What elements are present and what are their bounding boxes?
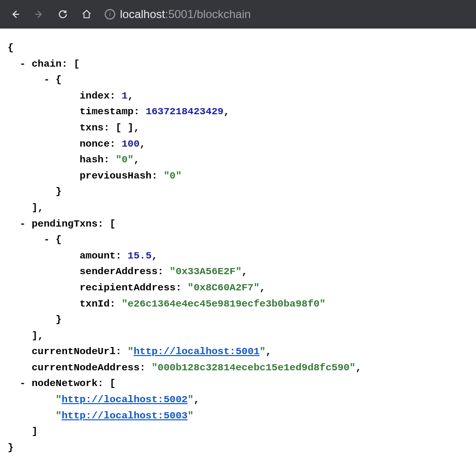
- url-path: :5001/blockchain: [165, 8, 251, 20]
- key-chain: chain: [31, 59, 61, 69]
- pending-item-open: - {: [8, 232, 468, 248]
- val-hash: "0": [116, 154, 134, 165]
- chain-timestamp-line: timestamp: 1637218423429,: [8, 104, 468, 120]
- brace-open: {: [8, 40, 468, 56]
- collapse-toggle[interactable]: -: [20, 376, 26, 392]
- key-txns: txns: [79, 122, 103, 133]
- key-recipientAddress: recipientAddress: [79, 282, 176, 293]
- key-nonce: nonce: [79, 139, 109, 149]
- key-currentNodeUrl: currentNodeUrl: [31, 346, 115, 357]
- chain-txns-line: txns: [ ],: [8, 120, 468, 136]
- browser-toolbar: i localhost:5001/blockchain: [0, 0, 476, 29]
- val-amount: 15.5: [128, 250, 151, 261]
- collapse-toggle[interactable]: -: [44, 232, 50, 248]
- key-previousHash: previousHash: [79, 170, 151, 181]
- key-index: index: [79, 90, 109, 101]
- pending-txnid-line: txnId: "e26c1364e4ec45e9819ecfe3b0ba98f0…: [8, 296, 468, 312]
- site-info-icon[interactable]: i: [105, 9, 115, 20]
- url-host: localhost: [120, 8, 165, 20]
- home-button[interactable]: [76, 4, 97, 25]
- collapse-toggle[interactable]: -: [20, 216, 26, 232]
- forward-button[interactable]: [29, 4, 50, 25]
- val-currentNodeAddress: "000b128c32814ecebc15e1ed9d8fc590": [151, 362, 355, 373]
- val-nonce: 100: [121, 139, 139, 149]
- json-viewer: { - chain: [ - { index: 1, timestamp: 16…: [0, 29, 476, 456]
- key-pending-line: - pendingTxns: [: [8, 216, 468, 232]
- address-bar[interactable]: i localhost:5001/blockchain: [105, 5, 251, 23]
- val-prevhash: "0": [164, 170, 182, 181]
- val-sender: "0x33A56E2F": [169, 266, 241, 277]
- arrow-left-icon: [10, 9, 20, 20]
- val-recipient: "0x8C60A2F7": [188, 282, 259, 293]
- chain-close: ],: [8, 200, 468, 216]
- pending-item-close: }: [8, 312, 468, 328]
- arrow-right-icon: [34, 9, 44, 20]
- nodeNetwork-close: ]: [8, 424, 468, 440]
- key-nodeNetwork: nodeNetwork: [31, 378, 98, 389]
- key-timestamp: timestamp: [79, 106, 133, 117]
- pending-recipient-line: recipientAddress: "0x8C60A2F7",: [8, 280, 468, 296]
- chain-hash-line: hash: "0",: [8, 152, 468, 168]
- collapse-toggle[interactable]: -: [44, 72, 50, 88]
- key-senderAddress: senderAddress: [79, 266, 158, 277]
- key-hash: hash: [79, 154, 103, 165]
- pending-sender-line: senderAddress: "0x33A56E2F",: [8, 264, 468, 280]
- pending-amount-line: amount: 15.5,: [8, 248, 468, 264]
- nodeNetwork-1-line: "http://localhost:5003": [8, 408, 468, 424]
- link-node-1[interactable]: http://localhost:5003: [61, 410, 188, 421]
- chain-item-open: - {: [8, 72, 468, 88]
- chain-item-close: }: [8, 184, 468, 200]
- chain-prevhash-line: previousHash: "0": [8, 168, 468, 184]
- currentNodeAddress-line: currentNodeAddress: "000b128c32814ecebc1…: [8, 360, 468, 376]
- val-txnid: "e26c1364e4ec45e9819ecfe3b0ba98f0": [121, 298, 325, 309]
- pending-close: ],: [8, 328, 468, 344]
- key-txnId: txnId: [79, 298, 109, 309]
- reload-icon: [58, 9, 68, 20]
- url-text: localhost:5001/blockchain: [120, 8, 251, 21]
- back-button[interactable]: [5, 4, 26, 25]
- val-index: 1: [121, 90, 128, 101]
- key-amount: amount: [79, 250, 116, 261]
- home-icon: [81, 9, 92, 20]
- nodeNetwork-0-line: "http://localhost:5002",: [8, 392, 468, 408]
- currentNodeUrl-line: currentNodeUrl: "http://localhost:5001",: [8, 344, 468, 360]
- reload-button[interactable]: [52, 4, 73, 25]
- key-currentNodeAddress: currentNodeAddress: [31, 362, 139, 373]
- key-pendingTxns: pendingTxns: [31, 218, 98, 229]
- key-nodeNetwork-line: - nodeNetwork: [: [8, 376, 468, 392]
- link-node-0[interactable]: http://localhost:5002: [61, 394, 188, 405]
- brace-close: }: [8, 440, 468, 456]
- collapse-toggle[interactable]: -: [20, 56, 26, 72]
- link-currentNodeUrl[interactable]: http://localhost:5001: [134, 346, 260, 357]
- key-chain-line: - chain: [: [8, 56, 468, 72]
- val-timestamp: 1637218423429: [146, 106, 224, 117]
- chain-nonce-line: nonce: 100,: [8, 136, 468, 152]
- chain-index-line: index: 1,: [8, 88, 468, 104]
